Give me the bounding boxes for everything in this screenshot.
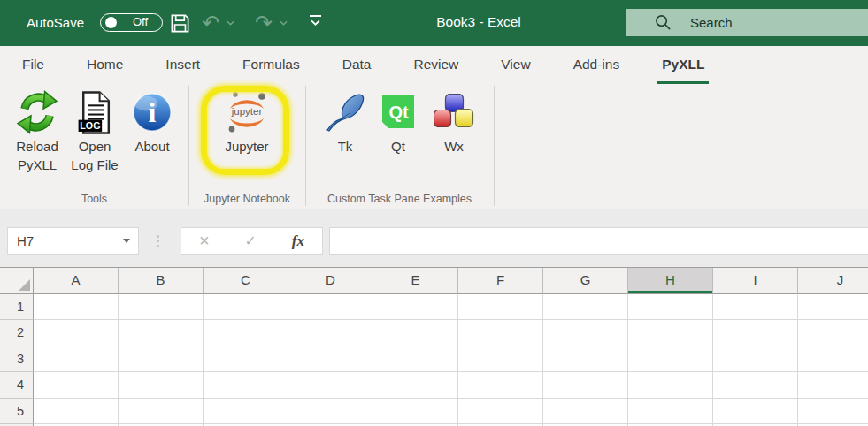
save-icon[interactable] xyxy=(167,11,192,35)
cell-E1[interactable] xyxy=(373,294,458,320)
cell-D1[interactable] xyxy=(288,294,373,320)
cell-C3[interactable] xyxy=(204,346,288,372)
customize-quick-access-toolbar-icon[interactable] xyxy=(308,15,322,31)
insert-function-icon[interactable]: fx xyxy=(292,232,304,250)
column-header-a[interactable]: A xyxy=(34,268,119,294)
row-header-1[interactable]: 1 xyxy=(0,294,34,320)
cell-A2[interactable] xyxy=(34,320,119,346)
cell-F4[interactable] xyxy=(458,372,543,398)
select-all-button[interactable] xyxy=(0,268,34,294)
name-box[interactable]: H7 xyxy=(7,227,139,255)
cell-A3[interactable] xyxy=(34,346,119,372)
cell-I5[interactable] xyxy=(713,399,798,424)
tab-formulas[interactable]: Formulas xyxy=(238,46,304,84)
cell-J1[interactable] xyxy=(798,294,868,320)
cell-E3[interactable] xyxy=(373,346,458,372)
row-header-4[interactable]: 4 xyxy=(0,372,34,398)
tab-insert[interactable]: Insert xyxy=(161,46,204,84)
qt-button[interactable]: Qt Qt xyxy=(369,89,427,156)
cell-J5[interactable] xyxy=(798,399,868,424)
open-log-file-button[interactable]: LOG Open Log File xyxy=(65,89,124,174)
cell-F2[interactable] xyxy=(458,320,543,346)
column-header-e[interactable]: E xyxy=(373,268,458,294)
cell-B3[interactable] xyxy=(119,346,204,372)
column-header-d[interactable]: D xyxy=(288,268,373,294)
undo-dropdown-icon[interactable] xyxy=(227,20,234,26)
column-header-i[interactable]: I xyxy=(713,268,798,294)
about-button[interactable]: i About xyxy=(123,89,181,156)
cell-D4[interactable] xyxy=(288,372,373,398)
cell-E4[interactable] xyxy=(373,372,458,398)
tab-add-ins[interactable]: Add-ins xyxy=(569,46,625,84)
cell-J4[interactable] xyxy=(798,372,868,398)
cell-B5[interactable] xyxy=(119,399,204,424)
cell-A4[interactable] xyxy=(34,372,119,398)
column-header-c[interactable]: C xyxy=(204,268,288,294)
cell-B2[interactable] xyxy=(119,320,204,346)
cell-F1[interactable] xyxy=(458,294,543,320)
cell-I1[interactable] xyxy=(713,294,798,320)
cell-C4[interactable] xyxy=(204,372,288,398)
enter-icon[interactable]: ✓ xyxy=(245,232,257,249)
column-header-f[interactable]: F xyxy=(458,268,543,294)
redo-icon[interactable]: ↷ xyxy=(251,11,276,35)
cell-C2[interactable] xyxy=(204,320,288,346)
cell-F5[interactable] xyxy=(458,399,543,424)
cell-H2[interactable] xyxy=(628,320,713,346)
cell-B1[interactable] xyxy=(119,294,204,320)
cell-G3[interactable] xyxy=(543,346,628,372)
cell-C1[interactable] xyxy=(204,294,288,320)
cell-A5[interactable] xyxy=(34,399,119,424)
cell-I2[interactable] xyxy=(713,320,798,346)
cell-D2[interactable] xyxy=(288,320,373,346)
log-file-icon: LOG xyxy=(78,89,112,135)
row-header-2[interactable]: 2 xyxy=(0,320,34,346)
tk-button[interactable]: Tk xyxy=(316,89,374,156)
tab-pyxll[interactable]: PyXLL xyxy=(657,46,709,84)
svg-text:i: i xyxy=(149,96,157,128)
cell-C5[interactable] xyxy=(204,399,288,424)
row-header-5[interactable]: 5 xyxy=(0,399,34,424)
cell-E2[interactable] xyxy=(373,320,458,346)
cell-G1[interactable] xyxy=(543,294,628,320)
autosave-toggle[interactable]: Off xyxy=(100,13,163,32)
cell-I3[interactable] xyxy=(713,346,798,372)
formula-bar-gripper[interactable] xyxy=(155,232,160,249)
cell-H3[interactable] xyxy=(628,346,713,372)
undo-icon[interactable]: ↶ xyxy=(198,11,223,35)
tab-review[interactable]: Review xyxy=(409,46,463,84)
cell-H1[interactable] xyxy=(628,294,713,320)
cell-B4[interactable] xyxy=(119,372,204,398)
column-header-g[interactable]: G xyxy=(543,268,628,294)
cell-D5[interactable] xyxy=(288,399,373,424)
name-box-dropdown-icon[interactable] xyxy=(123,239,130,243)
ribbon: Reload PyXLL LOG Open Log File xyxy=(0,84,868,209)
cell-F3[interactable] xyxy=(458,346,543,372)
cell-G4[interactable] xyxy=(543,372,628,398)
cell-J2[interactable] xyxy=(798,320,868,346)
jupyter-button[interactable]: jupyter Jupyter xyxy=(218,89,276,156)
column-header-b[interactable]: B xyxy=(119,268,204,294)
tab-data[interactable]: Data xyxy=(338,46,376,84)
cell-G5[interactable] xyxy=(543,399,628,424)
row-header-3[interactable]: 3 xyxy=(0,346,34,372)
formula-input[interactable] xyxy=(329,227,868,255)
tab-file[interactable]: File xyxy=(18,46,49,84)
cell-J3[interactable] xyxy=(798,346,868,372)
cell-I4[interactable] xyxy=(713,372,798,398)
cell-E5[interactable] xyxy=(373,399,458,424)
tab-home[interactable]: Home xyxy=(82,46,127,84)
cell-H5[interactable] xyxy=(628,399,713,424)
cell-G2[interactable] xyxy=(543,320,628,346)
column-header-h[interactable]: H xyxy=(628,268,713,294)
tab-view[interactable]: View xyxy=(496,46,534,84)
redo-dropdown-icon[interactable] xyxy=(280,20,288,26)
cell-H4[interactable] xyxy=(628,372,713,398)
reload-pyxll-button[interactable]: Reload PyXLL xyxy=(8,89,66,174)
column-header-j[interactable]: J xyxy=(798,268,868,294)
wx-button[interactable]: Wx xyxy=(425,89,483,156)
cancel-icon[interactable]: × xyxy=(199,228,210,254)
cell-D3[interactable] xyxy=(288,346,373,372)
cell-A1[interactable] xyxy=(34,294,119,320)
search-box[interactable]: Search xyxy=(626,9,868,36)
